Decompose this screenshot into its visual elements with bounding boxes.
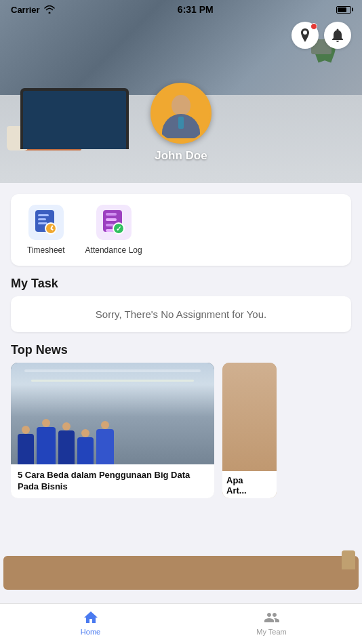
- wifi-icon: [44, 5, 55, 14]
- laptop-decoration: [20, 88, 129, 149]
- battery-icon: [336, 6, 351, 14]
- top-news-section-title: Top News: [0, 332, 362, 363]
- news-title-main: 5 Cara Beda dalam Penggunaan Big Data Pa…: [18, 470, 207, 493]
- timesheet-icon: [35, 210, 57, 235]
- news-caption-main: 5 Cara Beda dalam Penggunaan Big Data Pa…: [11, 464, 214, 498]
- notification-button[interactable]: [324, 22, 351, 49]
- task-empty-message: Sorry, There's No Assignment for You.: [96, 308, 266, 320]
- quick-actions-section: Timesheet ✓ Attendance Log: [11, 194, 351, 266]
- avatar: [150, 83, 212, 144]
- home-icon: [83, 609, 99, 626]
- avatar-person: [162, 95, 200, 138]
- avatar-tie: [178, 117, 184, 129]
- news-image-secondary: [222, 363, 277, 471]
- news-card-main[interactable]: 5 Cara Beda dalam Penggunaan Big Data Pa…: [11, 363, 214, 498]
- news-scroll-container[interactable]: 5 Cara Beda dalam Penggunaan Big Data Pa…: [0, 363, 362, 498]
- location-button[interactable]: [291, 22, 319, 49]
- carrier-label: Carrier: [11, 5, 40, 15]
- avatar-head: [172, 95, 190, 115]
- attendance-label: Attendance Log: [85, 245, 142, 255]
- status-bar: Carrier 6:31 PM: [0, 0, 362, 19]
- news-card-secondary[interactable]: Apa Art...: [222, 363, 277, 498]
- tab-home[interactable]: Home: [0, 609, 181, 639]
- attendance-check-icon: ✓: [113, 222, 125, 235]
- my-task-section-title: My Task: [0, 266, 362, 296]
- bell-icon: [331, 28, 344, 42]
- battery-area: [336, 6, 351, 14]
- news-title-secondary-line2: Art...: [226, 485, 247, 496]
- tab-myteam[interactable]: My Team: [181, 609, 362, 639]
- timesheet-label: Timesheet: [27, 245, 65, 255]
- hero-background: John Doe: [0, 0, 362, 183]
- location-badge: [310, 23, 317, 30]
- tab-myteam-label: My Team: [256, 628, 286, 636]
- tab-home-label: Home: [81, 628, 100, 636]
- hero-action-icons: [291, 22, 351, 49]
- location-icon: [299, 28, 311, 42]
- attendance-action[interactable]: ✓ Attendance Log: [85, 205, 142, 255]
- timesheet-icon-container: [28, 205, 64, 240]
- user-name: John Doe: [155, 149, 207, 163]
- avatar-body: [162, 114, 200, 138]
- news-title-secondary: Apa: [226, 475, 243, 485]
- team-icon: [264, 609, 280, 626]
- news-image-main: [11, 363, 214, 471]
- tab-bar: Home My Team: [0, 603, 362, 644]
- timesheet-action[interactable]: Timesheet: [27, 205, 65, 255]
- hero-section: John Doe: [0, 0, 362, 183]
- attendance-icon-container: ✓: [96, 205, 132, 240]
- user-profile-section: John Doe: [150, 83, 212, 163]
- task-empty-card: Sorry, There's No Assignment for You.: [11, 296, 351, 332]
- factory-workers: [11, 403, 214, 471]
- time-display: 6:31 PM: [178, 4, 214, 15]
- news-caption-secondary: Apa Art...: [222, 471, 277, 498]
- attendance-icon: ✓: [103, 210, 125, 235]
- main-content: Timesheet ✓ Attendance Log: [0, 183, 362, 603]
